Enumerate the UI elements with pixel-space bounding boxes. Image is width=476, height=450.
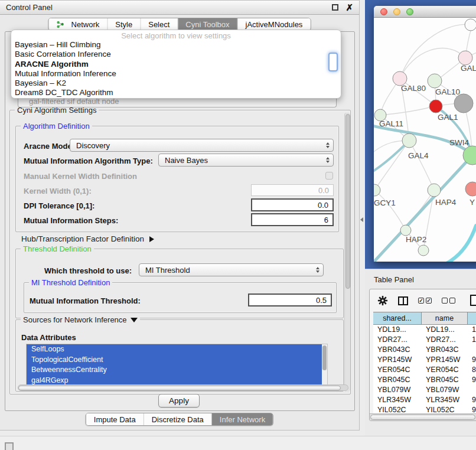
zoom-traffic-light-icon[interactable] <box>406 8 413 15</box>
network-node[interactable] <box>454 94 473 113</box>
network-node-gal4[interactable] <box>402 133 416 148</box>
bottom-tab-impute-data[interactable]: Impute Data <box>86 413 144 425</box>
network-edge[interactable] <box>446 226 476 262</box>
export-table-icon[interactable] <box>470 295 476 306</box>
network-edge[interactable] <box>374 190 406 230</box>
hub-definition-expander[interactable]: Hub/Transcription Factor Definition <box>21 234 154 243</box>
table-row[interactable]: YDL19...YDL19...13 <box>373 325 476 335</box>
table-row[interactable]: YBR043CYBR043C <box>373 345 476 355</box>
close-icon[interactable]: ✗ <box>345 4 353 11</box>
network-node[interactable] <box>418 245 429 256</box>
tab-cyni-toolbox[interactable]: Cyni Toolbox <box>178 18 237 30</box>
attribute-gal4rgexp[interactable]: gal4RGexp <box>27 376 327 386</box>
algorithm-option-basic-correlation-inference[interactable]: Basic Correlation Inference <box>11 50 341 59</box>
network-edge[interactable] <box>409 141 434 190</box>
combo-stepper-icon <box>326 142 330 148</box>
kernel-width-label: Kernel Width (0,1): <box>24 187 92 195</box>
network-table-combobox[interactable]: gal-filtered sif default node <box>18 97 337 107</box>
network-node-y[interactable] <box>465 182 476 196</box>
table-cell: 12 <box>468 335 476 345</box>
column-header-a[interactable]: A <box>468 312 476 324</box>
table-cell: YDL19... <box>422 325 468 335</box>
tab-network-label: Network <box>71 20 100 29</box>
deselect-all-columns-icon[interactable] <box>442 298 455 304</box>
tab-style[interactable]: Style <box>107 18 141 30</box>
attribute-topologicalcoefficient[interactable]: TopologicalCoefficient <box>27 355 327 366</box>
network-node-gal10[interactable] <box>428 74 442 88</box>
attribute-selfloops[interactable]: SelfLoops <box>27 344 327 355</box>
minimize-traffic-light-icon[interactable] <box>393 8 400 15</box>
show-columns-icon[interactable] <box>398 296 408 305</box>
algorithm-option-bayesian-hill-climbing[interactable]: Bayesian – Hill Climbing <box>11 40 341 50</box>
network-node-gal1[interactable] <box>429 100 442 113</box>
gear-icon[interactable] <box>377 295 388 306</box>
bottom-tab-discretize-data[interactable]: Discretize Data <box>144 413 212 425</box>
data-attributes-label: Data Attributes <box>21 333 76 342</box>
table-row[interactable]: YBL079WYBL079W <box>373 385 476 395</box>
table-cell: 8. <box>468 365 476 375</box>
table-cell: YBL079W <box>422 385 468 395</box>
column-header-name[interactable]: name <box>422 312 468 324</box>
algorithm-option-bayesian-k2[interactable]: Bayesian – K2 <box>11 79 341 88</box>
settings-vertical-scrollbar[interactable] <box>344 113 350 392</box>
focused-combobox-fragment[interactable] <box>328 53 338 71</box>
collapsed-panel-icon[interactable] <box>5 442 14 450</box>
table-cell: 9. <box>468 375 476 385</box>
attributes-list-scrollbar[interactable] <box>322 344 327 384</box>
node-label-swi4: SWI4 <box>449 138 469 147</box>
mi-threshold-label: Mutual Information Threshold: <box>30 296 141 305</box>
control-panel-titlebar: Control Panel ✗ <box>0 1 359 15</box>
table-cell: YER054C <box>422 365 468 375</box>
select-all-columns-icon[interactable]: ✓✓ <box>418 298 432 304</box>
desktop-background: GALGAL80GAL10GAL1GAL11GAL4SWI4GCY1HAP4YH… <box>365 0 476 269</box>
table-row[interactable]: YER054CYER054C8. <box>373 365 476 375</box>
mi-threshold-field[interactable]: 0.5 <box>248 294 332 306</box>
table-row[interactable]: YPR145WYPR145W9. <box>373 355 476 365</box>
algorithm-option-mutual-information-inference[interactable]: Mutual Information Inference <box>11 69 341 79</box>
table-cell: YBR043C <box>422 345 468 355</box>
network-graph: GALGAL80GAL10GAL1GAL11GAL4SWI4GCY1HAP4YH… <box>374 18 476 262</box>
node-label-gal4: GAL4 <box>408 151 429 160</box>
table-cell: YIL052C <box>373 405 422 413</box>
close-traffic-light-icon[interactable] <box>380 8 387 15</box>
kernel-width-field[interactable]: 0.0 <box>251 184 334 196</box>
table-cell: YPR145W <box>422 355 468 365</box>
network-node-hap2[interactable] <box>400 225 411 236</box>
manual-kernel-width-checkbox[interactable] <box>325 172 333 180</box>
tab-jactivemnodules[interactable]: jActiveMNodules <box>238 18 311 30</box>
tab-select[interactable]: Select <box>141 18 178 30</box>
table-row[interactable]: YIL052CYIL052C9 <box>373 405 476 413</box>
table-horizontal-scrollbar[interactable] <box>370 413 476 420</box>
apply-button[interactable]: Apply <box>158 394 200 407</box>
mi-threshold-definition-title: MI Threshold Definition <box>29 278 112 287</box>
dpi-tolerance-field[interactable]: 0.0 <box>251 198 334 211</box>
table-cell: YDR27... <box>373 335 422 345</box>
dpi-tolerance-label: DPI Tolerance [0,1]: <box>24 201 94 210</box>
mi-algorithm-type-combobox[interactable]: Naive Bayes <box>158 154 334 167</box>
network-canvas[interactable]: GALGAL80GAL10GAL1GAL11GAL4SWI4GCY1HAP4YH… <box>374 18 476 262</box>
network-node[interactable] <box>465 19 476 31</box>
aracne-mode-combobox[interactable]: Discovery <box>70 139 334 152</box>
float-window-icon[interactable] <box>332 4 338 11</box>
combo-stepper-icon <box>326 157 330 163</box>
table-row[interactable]: YLR345WYLR345W9. <box>373 395 476 405</box>
table-panel-title: Table Panel <box>374 275 414 284</box>
column-header-shared[interactable]: shared... <box>373 312 422 324</box>
algorithm-option-aracne-algorithm[interactable]: ARACNE Algorithm <box>11 60 341 69</box>
node-label-gal1: GAL1 <box>438 113 458 122</box>
bottom-tab-infer-network[interactable]: Infer Network <box>212 413 273 425</box>
sources-group-header[interactable]: Sources for Network Inference <box>21 315 140 324</box>
network-node-hap4[interactable] <box>428 184 441 197</box>
table-panel: Table Panel ✓✓ <box>365 269 476 436</box>
table-row[interactable]: YBR045CYBR045C9. <box>373 375 476 385</box>
table-row[interactable]: YDR27...YDR27...12 <box>373 335 476 345</box>
bottom-tab-discretize-data-label: Discretize Data <box>152 415 204 424</box>
settings-horizontal-scrollbar[interactable] <box>18 384 348 391</box>
algorithm-option-dream8-dc-tdc-algorithm[interactable]: Dream8 DC_TDC Algorithm <box>11 88 341 97</box>
network-node-gal[interactable] <box>458 51 472 65</box>
tab-network[interactable]: Network <box>49 18 108 30</box>
mi-steps-field[interactable]: 6 <box>251 213 334 226</box>
which-threshold-combobox[interactable]: MI Threshold <box>139 263 324 276</box>
attribute-betweennesscentrality[interactable]: BetweennessCentrality <box>27 365 327 376</box>
panel-collapse-arrow-icon[interactable] <box>360 217 363 222</box>
